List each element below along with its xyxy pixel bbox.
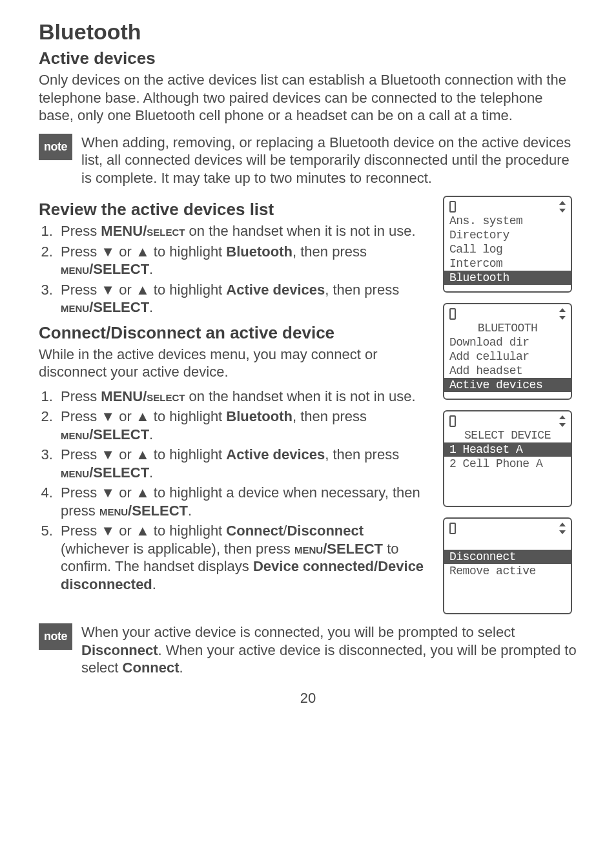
updown-icon [559, 522, 566, 535]
arrows-text: ▼ or ▲ [101, 282, 149, 298]
text: menu [61, 426, 89, 442]
text: select [147, 388, 185, 404]
phone-icon [449, 201, 456, 213]
note-block-1: note When adding, removing, or replacing… [39, 134, 577, 187]
text: to highlight [150, 408, 227, 424]
menu-row-empty [449, 535, 566, 550]
text: . [152, 576, 156, 592]
menu-row-selected: 1 Headset A [444, 442, 571, 457]
updown-icon [559, 415, 566, 428]
phone-icon [449, 415, 456, 427]
svg-marker-7 [559, 530, 566, 534]
text: Press [61, 223, 101, 239]
text: , then press [293, 244, 367, 260]
section-heading-active-devices: Active devices [39, 48, 577, 68]
section-heading-review: Review the active devices list [39, 200, 430, 220]
text: /SELECT [89, 464, 149, 481]
connect-steps: Press MENU/select on the handset when it… [39, 388, 430, 594]
note-text-1: When adding, removing, or replacing a Bl… [81, 134, 577, 187]
text: Active devices [226, 282, 325, 298]
arrows-text: ▼ or ▲ [101, 408, 149, 424]
text: Bluetooth [226, 408, 293, 424]
menu-row: Add cellular [449, 349, 566, 364]
text: MENU/ [101, 388, 147, 404]
menu-row-selected: Bluetooth [444, 271, 571, 285]
text: Connect [123, 660, 180, 676]
menu-row: Download dir [449, 335, 566, 349]
text: When your active device is connected, yo… [81, 624, 515, 640]
arrows-text: ▼ or ▲ [101, 446, 149, 463]
text: to highlight [150, 446, 227, 463]
text: MENU/ [101, 223, 147, 239]
text: Press [61, 282, 101, 298]
text: Disconnect [287, 523, 364, 539]
screen-title: BLUETOOTH [449, 321, 566, 335]
phone-icon [449, 308, 456, 320]
arrows-text: ▼ or ▲ [101, 523, 149, 539]
list-item: Press ▼ or ▲ to highlight Bluetooth, the… [57, 408, 430, 443]
text: , then press [325, 446, 399, 463]
text: . [149, 464, 153, 481]
text: Press [61, 388, 101, 404]
text: . [188, 503, 192, 519]
text: Connect [226, 523, 283, 539]
svg-marker-6 [559, 523, 566, 526]
text: Press [61, 484, 101, 501]
text: menu [61, 299, 89, 315]
text: menu [99, 503, 128, 519]
text: /SELECT [89, 426, 149, 442]
text: (whichever is applicable), then press [61, 541, 294, 557]
lcd-screen-device-options: Disconnect Remove active [443, 517, 572, 614]
text: menu [61, 261, 89, 277]
text: Bluetooth [226, 244, 293, 260]
connect-para: While in the active devices menu, you ma… [39, 346, 430, 381]
text: Active devices [226, 446, 325, 463]
text: to highlight [150, 244, 227, 260]
menu-row: 2 Cell Phone A [449, 457, 566, 471]
text: /SELECT [89, 299, 149, 315]
menu-row: Add headset [449, 364, 566, 378]
text: , then press [325, 282, 399, 298]
section-heading-connect: Connect/Disconnect an active device [39, 323, 430, 343]
svg-marker-1 [559, 209, 566, 213]
text: , then press [293, 408, 367, 424]
text: . [180, 660, 183, 676]
text: menu [294, 541, 323, 557]
text: . [149, 261, 153, 277]
menu-row-selected: Disconnect [444, 550, 571, 564]
arrows-text: ▼ or ▲ [101, 244, 149, 260]
list-item: Press ▼ or ▲ to highlight Bluetooth, the… [57, 243, 430, 278]
updown-icon [559, 307, 566, 320]
list-item: Press ▼ or ▲ to highlight Connect/Discon… [57, 522, 430, 593]
svg-marker-2 [559, 308, 566, 312]
updown-icon [559, 200, 566, 213]
list-item: Press ▼ or ▲ to highlight a device when … [57, 484, 430, 519]
text: Press [61, 446, 101, 463]
active-devices-para: Only devices on the active devices list … [39, 71, 577, 125]
arrows-text: ▼ or ▲ [101, 484, 149, 501]
svg-marker-3 [559, 316, 566, 320]
text: . [149, 426, 153, 442]
menu-row: Remove active [449, 564, 566, 578]
text: to highlight [150, 282, 227, 298]
list-item: Press MENU/select on the handset when it… [57, 388, 430, 406]
phone-icon [449, 523, 456, 534]
svg-marker-5 [559, 423, 566, 427]
text: /SELECT [128, 503, 188, 519]
text: Press [61, 523, 101, 539]
list-item: Press MENU/select on the handset when it… [57, 222, 430, 240]
menu-row: Intercom [449, 256, 566, 271]
note-tag: note [39, 134, 72, 160]
lcd-screen-select-device: SELECT DEVICE 1 Headset A 2 Cell Phone A [443, 410, 572, 507]
lcd-screen-bluetooth-menu: BLUETOOTH Download dir Add cellular Add … [443, 303, 572, 400]
note-tag: note [39, 623, 72, 650]
page-title: Bluetooth [39, 19, 577, 45]
text: Press [61, 408, 101, 424]
text: select [147, 223, 185, 239]
page-number: 20 [0, 690, 616, 707]
text: to highlight [150, 523, 227, 539]
svg-marker-0 [559, 201, 566, 205]
text: . [149, 299, 153, 315]
text: menu [61, 464, 89, 481]
list-item: Press ▼ or ▲ to highlight Active devices… [57, 281, 430, 317]
